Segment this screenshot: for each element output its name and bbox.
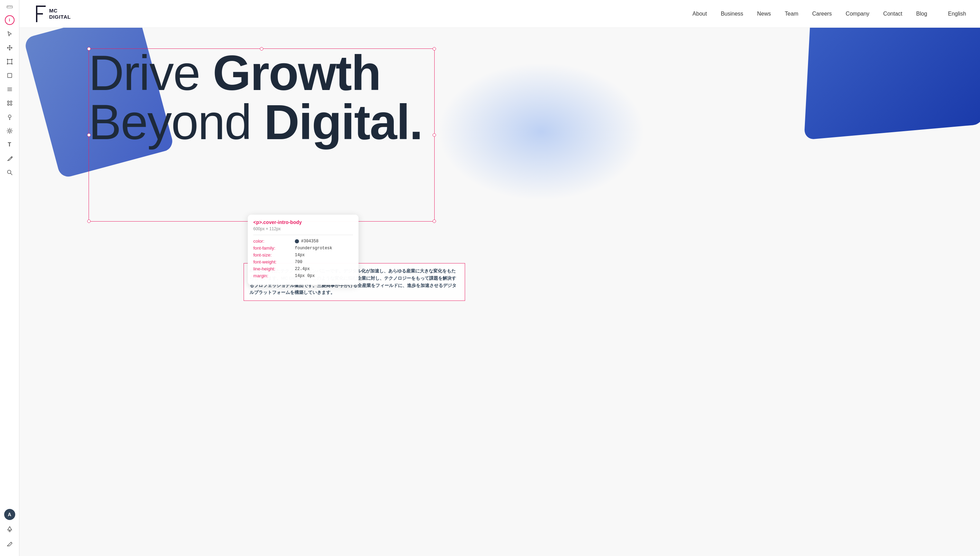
layers-tool[interactable] xyxy=(3,83,16,95)
svg-point-16 xyxy=(7,104,9,106)
pointer-tool[interactable] xyxy=(3,28,16,40)
hero-line1: Drive Growth xyxy=(89,48,435,98)
svg-point-23 xyxy=(9,530,10,532)
css-prop-color: color: #304358 xyxy=(253,239,353,244)
logo-svg xyxy=(33,6,46,22)
hero-section: Drive Growth Beyond Digital. <p>.cover-i… xyxy=(19,28,980,556)
blue-glow xyxy=(437,62,645,201)
nav-lang[interactable]: English xyxy=(948,11,966,17)
pencil-tool[interactable] xyxy=(3,152,16,165)
text-tool[interactable]: T xyxy=(3,139,16,151)
svg-point-18 xyxy=(8,115,11,118)
svg-point-15 xyxy=(10,101,12,103)
nav-company[interactable]: Company xyxy=(846,11,869,17)
hero-line2: Beyond Digital. xyxy=(89,98,435,147)
nav-news[interactable]: News xyxy=(757,11,771,17)
svg-rect-10 xyxy=(8,73,12,78)
edit-tool[interactable] xyxy=(3,538,16,550)
svg-rect-0 xyxy=(7,6,13,8)
hero-line2-bold: Digital. xyxy=(264,95,422,150)
settings-tool[interactable] xyxy=(3,124,16,137)
nav-team[interactable]: Team xyxy=(785,11,798,17)
frame-tool[interactable] xyxy=(3,55,16,68)
svg-rect-6 xyxy=(7,59,8,60)
main-content: MC DIGITAL About Business News Team Care… xyxy=(19,0,980,556)
svg-rect-8 xyxy=(7,63,8,65)
svg-point-20 xyxy=(9,130,11,132)
handle-bottom-left[interactable] xyxy=(87,220,91,223)
color-dot xyxy=(295,239,299,243)
website-preview: MC DIGITAL About Business News Team Care… xyxy=(19,0,980,556)
nav-contact[interactable]: Contact xyxy=(883,11,902,17)
site-nav: MC DIGITAL About Business News Team Care… xyxy=(19,0,980,28)
hero-heading: Drive Growth Beyond Digital. xyxy=(89,48,435,147)
svg-rect-25 xyxy=(36,6,46,7)
svg-line-22 xyxy=(10,173,12,175)
css-prop-font-family: font-family: foundersgrotesk xyxy=(253,246,353,251)
svg-point-17 xyxy=(10,104,12,106)
tooltip-dimensions: 600px × 112px xyxy=(253,226,353,231)
site-logo[interactable]: MC DIGITAL xyxy=(33,6,71,22)
user-avatar[interactable]: A xyxy=(4,509,15,520)
blue-shape-right xyxy=(804,28,980,140)
css-prop-margin: margin: 14px 0px xyxy=(253,273,353,278)
handle-bottom-right[interactable] xyxy=(432,220,436,223)
css-prop-line-height: line-height: 22.4px xyxy=(253,266,353,272)
paint-tool[interactable] xyxy=(3,111,16,123)
nav-links: About Business News Team Careers Company… xyxy=(692,11,966,17)
hero-line1-normal: Drive xyxy=(89,45,213,100)
svg-rect-5 xyxy=(8,60,12,64)
nav-about[interactable]: About xyxy=(692,11,707,17)
tooltip-selector: <p>.cover-intro-body xyxy=(253,220,353,225)
search-tool[interactable] xyxy=(3,166,16,179)
nav-blog[interactable]: Blog xyxy=(916,11,927,17)
svg-rect-9 xyxy=(11,63,13,65)
fill-tool[interactable] xyxy=(3,523,16,535)
svg-point-14 xyxy=(7,101,9,103)
svg-rect-26 xyxy=(36,13,43,15)
hero-text: Drive Growth Beyond Digital. xyxy=(89,48,435,147)
svg-point-19 xyxy=(9,119,10,120)
left-toolbar: i xyxy=(0,0,19,556)
nav-business[interactable]: Business xyxy=(721,11,743,17)
css-prop-font-weight: font-weight: 700 xyxy=(253,259,353,265)
tooltip-separator xyxy=(253,235,353,235)
css-inspector-tooltip: <p>.cover-intro-body 600px × 112px color… xyxy=(248,215,358,285)
hero-line1-bold: Growth xyxy=(213,45,380,100)
components-tool[interactable] xyxy=(3,97,16,109)
move-tool[interactable] xyxy=(3,42,16,54)
logo-text: MC DIGITAL xyxy=(49,8,71,20)
svg-rect-7 xyxy=(11,59,13,60)
nav-careers[interactable]: Careers xyxy=(812,11,832,17)
ruler-icon xyxy=(3,3,16,11)
hero-line2-normal: Beyond xyxy=(89,95,264,150)
css-prop-font-size: font-size: 14px xyxy=(253,252,353,258)
info-icon[interactable]: i xyxy=(3,14,16,26)
rectangle-tool[interactable] xyxy=(3,69,16,82)
